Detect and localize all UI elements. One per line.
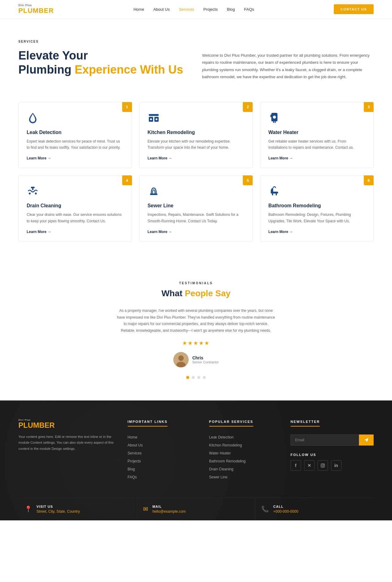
cards-grid: 1 Leak Detection Expert leak detection s… — [18, 102, 374, 242]
services-label: SERVICES — [18, 40, 374, 43]
nav-faqs[interactable]: FAQs — [244, 7, 254, 12]
card-desc-5: Inspections, Repairs, Maintenance. Swift… — [148, 212, 245, 224]
facebook-icon[interactable]: f — [291, 460, 301, 471]
svg-rect-17 — [276, 193, 277, 195]
footer-brand-col: Divi Plus PLUMBER Your content goes here… — [18, 419, 115, 482]
newsletter-email-input[interactable] — [291, 435, 359, 446]
service-card-2: 2 Kitchen Remodeling Elevate your kitche… — [139, 102, 253, 168]
footer-grid: Divi Plus PLUMBER Your content goes here… — [18, 419, 374, 482]
send-icon — [364, 438, 369, 442]
svg-point-22 — [322, 465, 324, 466]
nav-blog[interactable]: Blog — [227, 7, 235, 12]
footer-call: 📞 Call +000-000-0000 — [255, 498, 374, 520]
leak-detection-icon — [27, 112, 124, 125]
card-badge-5: 5 — [243, 175, 253, 185]
dot-1[interactable] — [186, 376, 189, 379]
testimonials-title: What People Say — [161, 289, 231, 298]
instagram-icon[interactable] — [318, 460, 328, 471]
sewer-line-icon — [148, 185, 245, 198]
dot-3[interactable] — [197, 376, 200, 379]
footer-brand-desc: Your content goes here. Edit or remove t… — [18, 434, 115, 452]
dot-4[interactable] — [203, 376, 206, 379]
svg-rect-11 — [32, 188, 33, 190]
svg-point-8 — [273, 116, 276, 119]
card-badge-1: 1 — [122, 102, 132, 112]
card-title-6: Bathroom Remodeling — [268, 203, 365, 209]
mail-icon: ✉ — [143, 505, 148, 513]
service-card-5: 5 Sewer Line Inspections, Repairs, Maint… — [139, 175, 253, 242]
navbar: Divi Plus PLUMBER Home About Us Services… — [0, 0, 392, 18]
nav-about[interactable]: About Us — [153, 7, 170, 12]
footer-link-about[interactable]: About Us — [128, 443, 143, 447]
contact-button[interactable]: CONTACT US — [334, 4, 374, 14]
nav-projects[interactable]: Projects — [203, 7, 218, 12]
footer-link-faqs[interactable]: FAQs — [128, 475, 137, 479]
linkedin-icon[interactable]: in — [331, 460, 341, 471]
card-desc-6: Bathroom Remodeling: Design, Fixtures, P… — [268, 212, 365, 224]
footer-link-services[interactable]: Services — [128, 451, 142, 455]
footer-newsletter-title: NEWSLETTER — [291, 420, 320, 427]
svg-point-3 — [150, 118, 152, 120]
twitter-x-icon[interactable]: ✕ — [304, 460, 315, 471]
footer-svc-sewer[interactable]: Sewer Line — [209, 475, 228, 479]
footer-bottom-bar: 📍 Visit Us Street, City, State, Country … — [18, 498, 374, 520]
card-desc-3: Get reliable water heater services with … — [268, 138, 365, 151]
card-badge-3: 3 — [364, 102, 374, 112]
reviewer: Chris Senior Contractor — [173, 352, 219, 367]
nav-home[interactable]: Home — [134, 7, 144, 12]
card-badge-4: 4 — [122, 175, 132, 185]
testimonial-text: As a property manager, I've worked with … — [116, 308, 276, 334]
footer-newsletter-col: NEWSLETTER FOLLOW US f ✕ in — [291, 419, 374, 482]
card-link-1[interactable]: Learn More → — [27, 156, 51, 160]
newsletter-submit-button[interactable] — [359, 435, 374, 446]
card-link-6[interactable]: Learn More → — [268, 230, 293, 234]
card-desc-4: Clear your drains with ease. Our service… — [27, 212, 124, 224]
kitchen-remodeling-icon — [148, 112, 245, 125]
service-card-3: 3 Water Heater Get reliable water heater… — [260, 102, 374, 168]
footer-link-projects[interactable]: Projects — [128, 459, 141, 463]
brand-logo[interactable]: Divi Plus PLUMBER — [18, 4, 54, 14]
nav-links: Home About Us Services Projects Blog FAQ… — [134, 7, 254, 12]
card-link-3[interactable]: Learn More → — [268, 156, 293, 160]
water-heater-icon — [268, 112, 365, 125]
dot-2[interactable] — [192, 376, 195, 379]
svg-rect-15 — [271, 192, 278, 193]
footer-logo: Divi Plus PLUMBER — [18, 419, 115, 430]
reviewer-role: Senior Contractor — [192, 360, 219, 364]
card-badge-6: 6 — [364, 175, 374, 185]
footer-important-links: Home About Us Services Projects Blog FAQ… — [128, 435, 197, 479]
card-link-5[interactable]: Learn More → — [148, 230, 172, 234]
footer-link-home[interactable]: Home — [128, 435, 138, 439]
mail-label: Mail — [153, 505, 186, 508]
footer-links-col: IMPORTANT LINKS Home About Us Services P… — [128, 419, 197, 482]
footer-services-title: POPULAR SERVICES — [209, 420, 253, 427]
testimonial-dots — [186, 376, 206, 379]
svg-point-23 — [323, 464, 324, 465]
card-link-4[interactable]: Learn More → — [27, 230, 51, 234]
card-title-3: Water Heater — [268, 130, 365, 135]
svg-point-13 — [35, 193, 37, 194]
card-link-2[interactable]: Learn More → — [148, 156, 172, 160]
footer-svc-bathroom[interactable]: Bathroom Remodeling — [209, 459, 246, 463]
testimonials-section: TESTIMONIALS What People Say As a proper… — [0, 260, 392, 400]
svg-rect-7 — [275, 121, 276, 123]
svg-rect-10 — [31, 187, 35, 188]
service-card-4: 4 Drain Cleaning Clear your drains with … — [18, 175, 132, 242]
footer-link-blog[interactable]: Blog — [128, 467, 135, 471]
footer-svc-drain[interactable]: Drain Cleaning — [209, 467, 233, 471]
footer-svc-kitchen[interactable]: Kitchen Remodeling — [209, 443, 242, 447]
footer: Divi Plus PLUMBER Your content goes here… — [0, 400, 392, 520]
svg-rect-16 — [272, 193, 273, 195]
nav-services[interactable]: Services — [179, 7, 194, 12]
footer-svc-leak[interactable]: Leak Detection — [209, 435, 234, 439]
card-title-1: Leak Detection — [27, 130, 124, 135]
card-badge-2: 2 — [243, 102, 253, 112]
social-icons: f ✕ in — [291, 460, 374, 471]
svg-rect-0 — [149, 114, 159, 116]
footer-svc-heater[interactable]: Water Heater — [209, 451, 231, 455]
footer-services-col: POPULAR SERVICES Leak Detection Kitchen … — [209, 419, 278, 482]
svg-rect-14 — [150, 193, 157, 195]
card-desc-2: Elevate your kitchen with our remodeling… — [148, 138, 245, 151]
footer-logo-bottom: PLUMBER — [18, 421, 115, 429]
reviewer-avatar — [173, 352, 189, 367]
